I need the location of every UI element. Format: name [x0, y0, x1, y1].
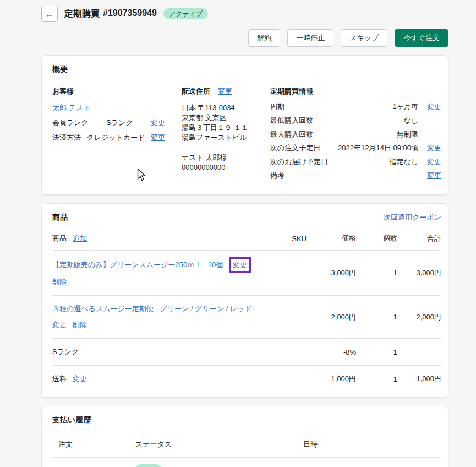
next-order-label: 次の注文予定日 — [270, 143, 320, 153]
next-delivery-change-link[interactable]: 変更 — [427, 158, 441, 166]
products-card: 商品 次回適用クーポン 商品 追加 SKU 価格 個数 合計 【定期販売のみ】グ… — [41, 203, 448, 398]
max-purchase-label: 最大購入回数 — [270, 129, 313, 139]
overview-title: 概要 — [52, 64, 441, 74]
skip-button[interactable]: スキップ — [341, 29, 387, 47]
min-purchase-label: 最低購入回数 — [270, 116, 313, 126]
product-price: 3,000円 — [307, 268, 356, 278]
overview-card: 概要 お客様 太郎 テスト 会員ランク Sランク 変更 決済方法 クレジットカー… — [41, 55, 448, 195]
product-change-link[interactable]: 変更 — [233, 260, 247, 269]
product-change-link[interactable]: 変更 — [52, 320, 67, 330]
product-delete-link[interactable]: 削除 — [73, 320, 87, 330]
cycle-row: 周期 1ヶ月毎 変更 — [270, 102, 441, 112]
shipping-section-title: 配送住所 — [182, 86, 210, 96]
next-coupon-link[interactable]: 次回適用クーポン — [384, 213, 441, 222]
next-order-value: 2022年12月14日 09:00頃 — [320, 143, 418, 153]
payment-table-header: 注文 ステータス 日時 — [52, 439, 441, 458]
qty-column-header: 個数 — [356, 234, 397, 243]
product-row: ３種の選べるスムージー定期便 - グリーン / グリーン / レッド 変更 削除… — [52, 296, 441, 339]
next-delivery-value: 指定なし — [328, 157, 418, 167]
min-purchase-row: 最低購入回数 なし — [270, 116, 441, 126]
subscription-info-title: 定期購買情報 — [270, 86, 441, 96]
discount-row: Sランク -8% 1 — [52, 339, 441, 366]
pause-button[interactable]: 一時停止 — [287, 29, 333, 47]
cancel-subscription-button[interactable]: 解約 — [248, 29, 280, 47]
cycle-value: 1ヶ月毎 — [284, 102, 418, 112]
product-name-link[interactable]: 【定期販売のみ】グリーンスムージー250ｍｌ - 10個 — [52, 260, 223, 270]
payment-status-badge: 成功 — [135, 464, 162, 467]
address-line: 湯島ファーストビル — [182, 133, 270, 143]
notes-row: 備考 変更 — [270, 171, 441, 181]
cycle-change-link[interactable]: 変更 — [427, 102, 441, 111]
products-table-header: 商品 追加 SKU 価格 個数 合計 — [52, 222, 441, 251]
max-purchase-row: 最大購入回数 無制限 — [270, 129, 441, 139]
back-button[interactable]: ← — [41, 6, 58, 22]
topbar: ← 定期購買 #1907359949 アクティブ — [41, 6, 448, 22]
product-qty: 1 — [356, 269, 397, 277]
shipping-fee-total: 1,000円 — [397, 374, 441, 384]
customer-section-title: お客様 — [52, 86, 165, 96]
address-line: 東京都 文京区 — [182, 113, 270, 123]
address-line: 湯島３丁目１９-１１ — [182, 123, 270, 133]
notes-change-link[interactable]: 変更 — [427, 171, 441, 180]
cycle-label: 周期 — [270, 102, 284, 112]
shipping-fee-qty: 1 — [356, 375, 397, 383]
datetime-column-header: 日時 — [303, 439, 441, 449]
discount-name: Sランク — [52, 347, 79, 357]
payment-history-title: 支払い履歴 — [52, 415, 441, 425]
recipient-phone: 00000000000 — [182, 162, 270, 172]
next-delivery-label: 次のお届け予定日 — [270, 157, 328, 167]
status-column-header: ステータス — [135, 439, 237, 449]
shipping-fee-label: 送料 — [52, 374, 67, 384]
order-column-header: 注文 — [58, 439, 135, 449]
subscription-detail-page: ← 定期購買 #1907359949 アクティブ 解約 一時停止 スキップ 今す… — [41, 0, 448, 467]
member-rank-row: 会員ランク Sランク 変更 — [52, 118, 165, 128]
payment-method-row: 決済方法 クレジットカード 変更 — [52, 133, 165, 143]
member-rank-change-link[interactable]: 変更 — [151, 118, 165, 128]
status-badge: アクティブ — [163, 8, 208, 19]
total-column-header: 合計 — [397, 234, 441, 243]
product-total: 3,000円 — [397, 268, 441, 278]
products-column-label: 商品 — [52, 234, 67, 243]
customer-section: お客様 太郎 テスト 会員ランク Sランク 変更 決済方法 クレジットカード 変… — [52, 86, 165, 184]
notes-label: 備考 — [270, 171, 284, 181]
max-purchase-value: 無制限 — [313, 129, 418, 139]
member-rank-label: 会員ランク — [52, 118, 89, 128]
recipient-name: テスト 太郎様 — [182, 153, 270, 162]
shipping-fee-price: 1,000円 — [307, 374, 356, 384]
order-now-button[interactable]: 今すぐ注文 — [395, 29, 448, 47]
price-column-header: 価格 — [307, 234, 356, 243]
back-arrow-icon: ← — [46, 9, 54, 19]
payment-row: #13537 成功 再決済 2022/11/14 09:10:09 — [52, 458, 441, 467]
product-qty: 1 — [356, 313, 397, 321]
discount-qty: 1 — [356, 348, 397, 356]
subscription-info-section: 定期購買情報 周期 1ヶ月毎 変更 最低購入回数 なし 最大購入回数 無制限 — [270, 86, 441, 184]
min-purchase-value: なし — [313, 116, 418, 126]
subscription-number: #1907359949 — [103, 8, 157, 20]
shipping-fee-change-link[interactable]: 変更 — [73, 374, 87, 384]
payment-method-value: クレジットカード — [86, 133, 145, 143]
sku-column-header: SKU — [257, 235, 307, 243]
product-row: 【定期販売のみ】グリーンスムージー250ｍｌ - 10個 変更 削除 3,000… — [52, 251, 441, 296]
address-line-blank — [182, 143, 270, 153]
payment-method-change-link[interactable]: 変更 — [151, 133, 165, 143]
page-title: 定期購買 #1907359949 — [64, 8, 157, 20]
customer-name-link[interactable]: 太郎 テスト — [52, 103, 91, 113]
shipping-change-link[interactable]: 変更 — [218, 86, 232, 96]
address-line: 日本 〒113-0034 — [182, 103, 270, 113]
member-rank-value: Sランク — [106, 118, 133, 128]
add-product-link[interactable]: 追加 — [73, 234, 87, 243]
product-total: 2,000円 — [397, 312, 441, 322]
payment-history-card: 支払い履歴 注文 ステータス 日時 #13537 成功 再決済 2022/11/… — [41, 406, 448, 467]
product-delete-link[interactable]: 削除 — [52, 277, 67, 287]
product-name-link[interactable]: ３種の選べるスムージー定期便 - グリーン / グリーン / レッド — [52, 304, 252, 314]
product-price: 2,000円 — [307, 312, 356, 322]
page-title-text: 定期購買 — [64, 8, 100, 20]
discount-rate: -8% — [307, 348, 356, 356]
action-buttons: 解約 一時停止 スキップ 今すぐ注文 — [41, 29, 448, 47]
payment-method-label: 決済方法 — [52, 133, 81, 143]
shipping-fee-row: 送料 変更 1,000円 1 1,000円 — [52, 366, 441, 387]
annotation-highlight-box: 変更 — [229, 257, 251, 273]
next-order-row: 次の注文予定日 2022年12月14日 09:00頃 変更 — [270, 143, 441, 153]
next-order-change-link[interactable]: 変更 — [427, 144, 441, 152]
products-title: 商品 — [52, 213, 68, 222]
